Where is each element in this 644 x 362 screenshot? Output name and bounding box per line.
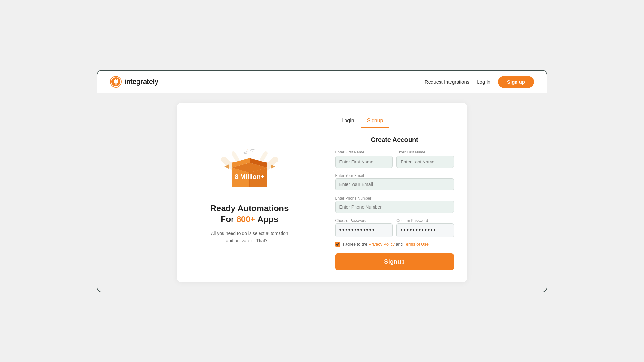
last-name-group: Enter Last Name [396,150,454,168]
signup-button[interactable]: Signup [335,253,454,270]
signup-header-button[interactable]: Sign up [498,76,534,88]
card: ◄ ► ▲ [177,103,467,282]
confirm-password-input[interactable] [396,223,454,237]
email-input[interactable] [335,178,454,190]
name-row: Enter First Name Enter Last Name [335,150,454,168]
main-content: ◄ ► ▲ [97,93,547,292]
svg-rect-2 [115,79,116,80]
phone-group: Enter Phone Number [335,195,454,213]
password-label: Choose Password [335,218,366,223]
hero-title-line2-prefix: For [221,214,236,224]
hero-title: Ready Automations For 800+ Apps [210,203,289,225]
svg-text:8 Million+: 8 Million+ [235,173,264,180]
tab-signup[interactable]: Signup [361,115,390,128]
agree-and: and [395,242,404,246]
request-integrations-link[interactable]: Request Integrations [425,79,469,85]
confirm-password-label: Confirm Password [396,218,428,223]
illustration: ◄ ► ▲ [214,140,285,203]
hero-title-highlight: 800+ [236,214,255,224]
confirm-password-group: Confirm Password [396,218,454,237]
tab-login[interactable]: Login [335,115,361,128]
password-row: Choose Password Confirm Password [335,218,454,237]
svg-rect-4 [116,84,117,85]
email-group: Enter Your Email [335,172,454,190]
agree-checkbox[interactable] [335,242,340,247]
logo-icon [110,76,122,88]
tabs: Login Signup [335,115,454,128]
phone-input[interactable] [335,201,454,213]
last-name-input[interactable] [396,156,454,168]
password-group: Choose Password [335,218,393,237]
first-name-group: Enter First Name [335,150,393,168]
logo: integrately [110,76,158,88]
logo-text: integrately [124,78,158,86]
svg-text:►: ► [270,162,277,170]
app-frame: integrately Request Integrations Log In … [97,70,547,292]
privacy-policy-link[interactable]: Privacy Policy [369,242,395,246]
left-panel: ◄ ► ▲ [177,103,322,282]
header: integrately Request Integrations Log In … [97,71,547,93]
first-name-label: Enter First Name [335,150,393,154]
login-link[interactable]: Log In [477,79,490,85]
agree-text: I agree to the Privacy Policy and Terms … [343,242,429,246]
hero-title-line1: Ready Automations [210,203,289,213]
first-name-input[interactable] [335,156,393,168]
form-title: Create Account [335,136,454,144]
nav-links: Request Integrations Log In Sign up [425,76,534,88]
hero-title-line2-suffix: Apps [255,214,278,224]
terms-link[interactable]: Terms of Use [404,242,429,246]
box-svg: ◄ ► ▲ [214,140,285,203]
agree-prefix: I agree to the [343,242,369,246]
last-name-label: Enter Last Name [396,150,454,154]
hero-subtitle: All you need to do is select automation … [211,230,288,244]
agree-row: I agree to the Privacy Policy and Terms … [335,242,454,247]
password-input[interactable] [335,223,393,237]
hero-subtitle-line2: and activate it. That's it. [226,238,273,243]
email-label: Enter Your Email [335,173,364,178]
right-panel: Login Signup Create Account Enter First … [322,103,467,282]
hero-subtitle-line1: All you need to do is select automation [211,231,288,236]
svg-rect-3 [117,79,118,80]
svg-text:◄: ◄ [223,162,230,170]
phone-label: Enter Phone Number [335,196,372,200]
